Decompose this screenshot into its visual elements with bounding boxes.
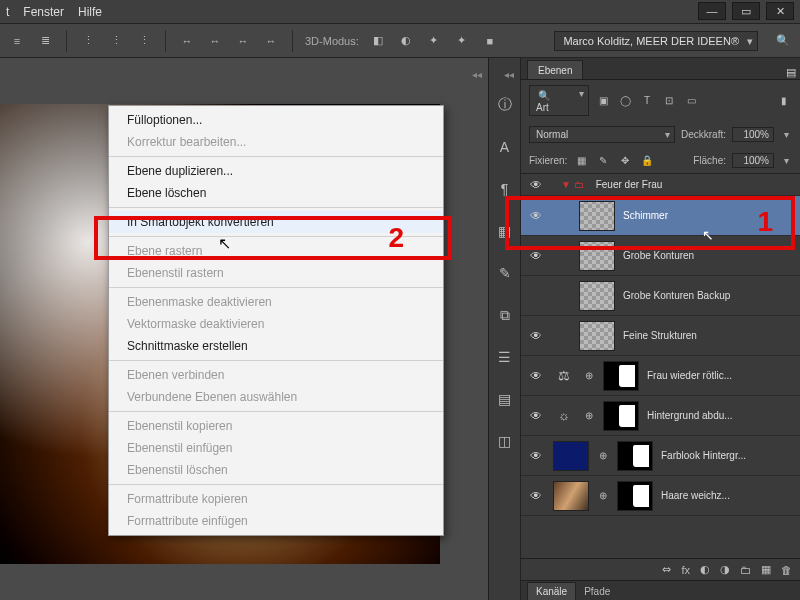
filter-type-icon[interactable]: T: [639, 94, 655, 108]
layer-thumbnail[interactable]: [553, 481, 589, 511]
context-menu-item[interactable]: Ebene duplizieren...: [109, 160, 443, 182]
3d-camera-icon[interactable]: ■: [481, 32, 499, 50]
layer-name[interactable]: Farblook Hintergr...: [661, 450, 794, 461]
layer-list[interactable]: 👁 ▼ 🗀 Feuer der Frau 👁 Schimmer 👁: [521, 173, 800, 558]
paragraph-icon[interactable]: ¶: [494, 178, 516, 200]
new-layer-icon[interactable]: ▦: [761, 563, 771, 576]
context-menu-item[interactable]: Schnittmaske erstellen: [109, 335, 443, 357]
menu-item-window[interactable]: Fenster: [23, 5, 64, 19]
fill-value[interactable]: 100%: [732, 153, 774, 168]
trash-icon[interactable]: 🗑: [781, 564, 792, 576]
filter-toggle-icon[interactable]: ▮: [776, 94, 792, 108]
visibility-toggle[interactable]: 👁: [527, 449, 545, 463]
tab-paths[interactable]: Pfade: [576, 583, 618, 600]
layer-thumbnail[interactable]: [579, 281, 615, 311]
character-icon[interactable]: A: [494, 136, 516, 158]
tab-layers[interactable]: Ebenen: [527, 60, 583, 79]
visibility-toggle[interactable]: 👁: [527, 178, 545, 192]
fill-arrow-icon[interactable]: ▾: [780, 155, 792, 166]
align-icon[interactable]: ≣: [36, 32, 54, 50]
brush-icon[interactable]: ✎: [494, 262, 516, 284]
lock-all-icon[interactable]: 🔒: [639, 154, 655, 168]
panel-collapse-grip-icon[interactable]: ◂◂: [470, 60, 484, 88]
adjustment-icon[interactable]: ◑: [720, 563, 730, 576]
3d-sphere-icon[interactable]: ◐: [397, 32, 415, 50]
layer-row[interactable]: 👁 Schimmer: [521, 196, 800, 236]
search-icon[interactable]: 🔍: [774, 32, 792, 50]
info-icon[interactable]: ⓘ: [494, 94, 516, 116]
context-menu-item[interactable]: Fülloptionen...: [109, 109, 443, 131]
context-menu-item[interactable]: Ebene löschen: [109, 182, 443, 204]
blend-mode-dropdown[interactable]: Normal: [529, 126, 675, 143]
layer-name[interactable]: Hintergrund abdu...: [647, 410, 794, 421]
menu-item[interactable]: t: [6, 5, 9, 19]
styles-icon[interactable]: ▦: [494, 220, 516, 242]
panel-menu-icon[interactable]: ▤: [782, 66, 800, 79]
visibility-toggle[interactable]: 👁: [527, 409, 545, 423]
visibility-toggle[interactable]: 👁: [527, 489, 545, 503]
layer-group[interactable]: 👁 ▼ 🗀 Feuer der Frau: [521, 174, 800, 196]
layer-mask-thumbnail[interactable]: [617, 441, 653, 471]
filter-pixel-icon[interactable]: ▣: [595, 94, 611, 108]
distribute-icon[interactable]: ⋮: [79, 32, 97, 50]
lock-transparent-icon[interactable]: ▦: [573, 154, 589, 168]
layer-row[interactable]: 👁 ⚖ ⊕ Frau wieder rötlic...: [521, 356, 800, 396]
filter-smart-icon[interactable]: ▭: [683, 94, 699, 108]
panel-collapse-grip-icon[interactable]: ◂◂: [502, 60, 516, 88]
swatches-icon[interactable]: ▤: [494, 388, 516, 410]
tab-channels[interactable]: Kanäle: [527, 582, 576, 600]
visibility-toggle[interactable]: 👁: [527, 369, 545, 383]
layer-row[interactable]: 👁 ⊕ Haare weichz...: [521, 476, 800, 516]
3d-light-icon[interactable]: ✦: [425, 32, 443, 50]
layer-name[interactable]: Grobe Konturen Backup: [623, 290, 794, 301]
maximize-button[interactable]: ▭: [732, 2, 760, 20]
layer-row[interactable]: 👁 ⊕ Farblook Hintergr...: [521, 436, 800, 476]
layer-row[interactable]: 👁 Grobe Konturen: [521, 236, 800, 276]
workspace-dropdown[interactable]: Marco Kolditz, MEER DER IDEEN®: [554, 31, 758, 51]
close-button[interactable]: ✕: [766, 2, 794, 20]
mask-icon[interactable]: ◐: [700, 563, 710, 576]
arrange-icon[interactable]: ↔: [234, 32, 252, 50]
layer-thumbnail[interactable]: [579, 321, 615, 351]
lock-pixels-icon[interactable]: ✎: [595, 154, 611, 168]
distribute-icon[interactable]: ⋮: [135, 32, 153, 50]
layer-mask-thumbnail[interactable]: [617, 481, 653, 511]
visibility-toggle[interactable]: 👁: [527, 209, 545, 223]
layer-row[interactable]: 👁 Feine Strukturen: [521, 316, 800, 356]
layer-thumbnail[interactable]: [553, 441, 589, 471]
align-icon[interactable]: ≡: [8, 32, 26, 50]
layer-mask-thumbnail[interactable]: [603, 401, 639, 431]
minimize-button[interactable]: —: [698, 2, 726, 20]
layer-kind-filter[interactable]: 🔍 Art: [529, 85, 589, 116]
layer-name[interactable]: Schimmer: [623, 210, 794, 221]
layer-name[interactable]: Haare weichz...: [661, 490, 794, 501]
menu-item-help[interactable]: Hilfe: [78, 5, 102, 19]
layer-thumbnail[interactable]: [579, 241, 615, 271]
filter-adjust-icon[interactable]: ◯: [617, 94, 633, 108]
group-icon[interactable]: 🗀: [740, 564, 751, 576]
clone-icon[interactable]: ⧉: [494, 304, 516, 326]
layer-name[interactable]: Frau wieder rötlic...: [647, 370, 794, 381]
layer-row[interactable]: Grobe Konturen Backup: [521, 276, 800, 316]
layer-name[interactable]: Grobe Konturen: [623, 250, 794, 261]
arrange-icon[interactable]: ↔: [206, 32, 224, 50]
layer-row[interactable]: 👁 ☼ ⊕ Hintergrund abdu...: [521, 396, 800, 436]
context-menu-item[interactable]: In Smartobjekt konvertieren: [109, 211, 443, 233]
navigator-icon[interactable]: ◫: [494, 430, 516, 452]
link-layers-icon[interactable]: ⇔: [662, 563, 671, 576]
layer-thumbnail[interactable]: [579, 201, 615, 231]
lock-position-icon[interactable]: ✥: [617, 154, 633, 168]
opacity-value[interactable]: 100%: [732, 127, 774, 142]
visibility-toggle[interactable]: 👁: [527, 329, 545, 343]
3d-cube-icon[interactable]: ◧: [369, 32, 387, 50]
visibility-toggle[interactable]: 👁: [527, 249, 545, 263]
filter-shape-icon[interactable]: ⊡: [661, 94, 677, 108]
3d-light-icon[interactable]: ✦: [453, 32, 471, 50]
layer-name[interactable]: Feine Strukturen: [623, 330, 794, 341]
history-icon[interactable]: ☰: [494, 346, 516, 368]
opacity-arrow-icon[interactable]: ▾: [780, 129, 792, 140]
fx-icon[interactable]: fx: [681, 564, 690, 576]
distribute-icon[interactable]: ⋮: [107, 32, 125, 50]
arrange-icon[interactable]: ↔: [178, 32, 196, 50]
layer-mask-thumbnail[interactable]: [603, 361, 639, 391]
